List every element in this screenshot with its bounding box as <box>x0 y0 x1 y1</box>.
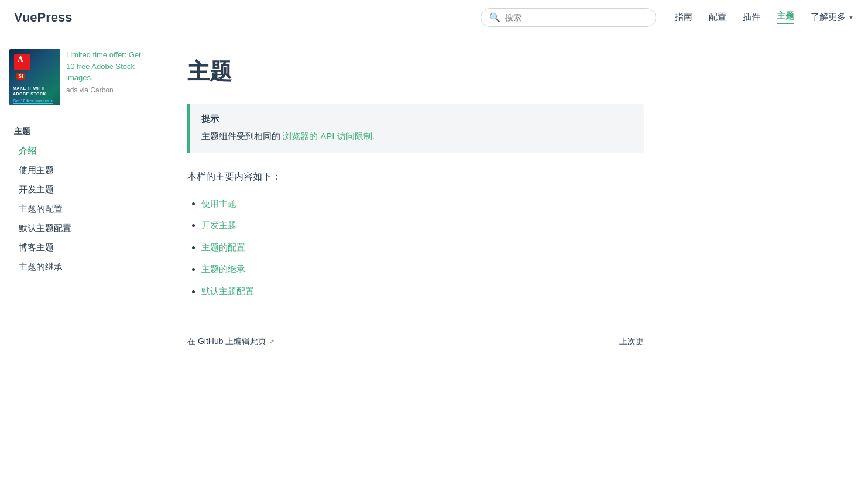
ad-text-block: Limited time offer: Get 10 free Adobe St… <box>66 49 142 94</box>
page-footer-bar: 在 GitHub 上编辑此页 ↗ 上次更 <box>187 322 644 347</box>
sidebar-item-config[interactable]: 主题的配置 <box>0 200 152 219</box>
main-nav: 指南 配置 插件 主题 了解更多 ▼ <box>675 11 854 24</box>
nav-more-label: 了解更多 <box>811 12 846 23</box>
sidebar-item-blog[interactable]: 博客主题 <box>0 238 152 257</box>
sidebar-link-config[interactable]: 主题的配置 <box>0 200 152 219</box>
sidebar-item-inherit[interactable]: 主题的继承 <box>0 257 152 277</box>
nav-item-more[interactable]: 了解更多 ▼ <box>811 12 854 23</box>
tip-body: 主题组件受到相同的 浏览器的 API 访问限制. <box>201 129 632 143</box>
nav-item-theme[interactable]: 主题 <box>777 11 794 24</box>
nav-item-guide[interactable]: 指南 <box>675 12 692 23</box>
tip-block: 提示 主题组件受到相同的 浏览器的 API 访问限制. <box>187 104 644 153</box>
content-list: 使用主题 开发主题 主题的配置 主题的继承 默认主题配置 <box>187 196 644 299</box>
list-item: 开发主题 <box>201 218 644 233</box>
sidebar-item-dev[interactable]: 开发主题 <box>0 180 152 200</box>
adobe-st-badge: St <box>16 73 25 80</box>
section-intro: 本栏的主要内容如下： <box>187 169 644 184</box>
header: VuePress 🔍 指南 配置 插件 主题 了解更多 ▼ <box>0 0 868 35</box>
list-item: 默认主题配置 <box>201 284 644 299</box>
search-box[interactable]: 🔍 <box>481 8 656 27</box>
search-icon: 🔍 <box>489 12 500 23</box>
ad-source: ads via Carbon <box>66 86 142 94</box>
ad-row: A St MAKE IT WITHADOBE STOCK. Get 10 fre… <box>9 49 142 105</box>
tip-body-suffix: . <box>372 131 375 141</box>
list-link-theme-inherit[interactable]: 主题的继承 <box>201 264 245 274</box>
list-item: 主题的继承 <box>201 262 644 277</box>
tip-title: 提示 <box>201 114 632 125</box>
chevron-down-icon: ▼ <box>848 14 854 20</box>
sidebar-item-default-config[interactable]: 默认主题配置 <box>0 219 152 238</box>
sidebar-link-inherit[interactable]: 主题的继承 <box>0 257 152 277</box>
ad-offer-text[interactable]: Limited time offer: Get 10 free Adobe St… <box>66 49 142 84</box>
ad-link-text: Get 10 free images > <box>13 99 53 103</box>
list-link-theme-config[interactable]: 主题的配置 <box>201 242 245 252</box>
list-link-default-theme-config[interactable]: 默认主题配置 <box>201 286 254 296</box>
nav-item-plugins[interactable]: 插件 <box>743 12 760 23</box>
ad-bottom-text: MAKE IT WITHADOBE STOCK. <box>13 85 48 97</box>
sidebar-link-blog[interactable]: 博客主题 <box>0 238 152 257</box>
page-title: 主题 <box>187 59 644 85</box>
list-link-dev-theme[interactable]: 开发主题 <box>201 220 236 230</box>
last-updated-label: 上次更 <box>619 336 644 347</box>
list-link-use-theme[interactable]: 使用主题 <box>201 198 236 208</box>
tip-body-prefix: 主题组件受到相同的 <box>201 131 283 141</box>
sidebar-item-use[interactable]: 使用主题 <box>0 161 152 180</box>
sidebar: A St MAKE IT WITHADOBE STOCK. Get 10 fre… <box>0 35 152 478</box>
sidebar-link-use[interactable]: 使用主题 <box>0 161 152 180</box>
main-content: 主题 提示 主题组件受到相同的 浏览器的 API 访问限制. 本栏的主要内容如下… <box>152 35 679 478</box>
tip-api-link[interactable]: 浏览器的 API 访问限制 <box>283 131 372 141</box>
adobe-letter: A <box>18 55 23 64</box>
sidebar-link-default-config[interactable]: 默认主题配置 <box>0 219 152 238</box>
edit-link-label: 在 GitHub 上编辑此页 <box>187 336 266 347</box>
site-logo[interactable]: VuePress <box>14 10 72 25</box>
nav-item-config[interactable]: 配置 <box>709 12 726 23</box>
list-item: 主题的配置 <box>201 240 644 255</box>
ad-block: A St MAKE IT WITHADOBE STOCK. Get 10 fre… <box>0 49 152 117</box>
sidebar-item-intro[interactable]: 介绍 <box>0 142 152 161</box>
sidebar-nav: 介绍 使用主题 开发主题 主题的配置 默认主题配置 博客主题 主题的继承 <box>0 142 152 277</box>
list-item: 使用主题 <box>201 196 644 211</box>
page-layout: A St MAKE IT WITHADOBE STOCK. Get 10 fre… <box>0 35 868 478</box>
edit-on-github-link[interactable]: 在 GitHub 上编辑此页 ↗ <box>187 336 275 347</box>
sidebar-link-dev[interactable]: 开发主题 <box>0 180 152 200</box>
search-input[interactable] <box>505 13 647 22</box>
external-link-icon: ↗ <box>269 338 275 346</box>
ad-image[interactable]: A St MAKE IT WITHADOBE STOCK. Get 10 fre… <box>9 49 60 105</box>
sidebar-link-intro[interactable]: 介绍 <box>0 142 152 161</box>
sidebar-section-title: 主题 <box>0 122 152 142</box>
